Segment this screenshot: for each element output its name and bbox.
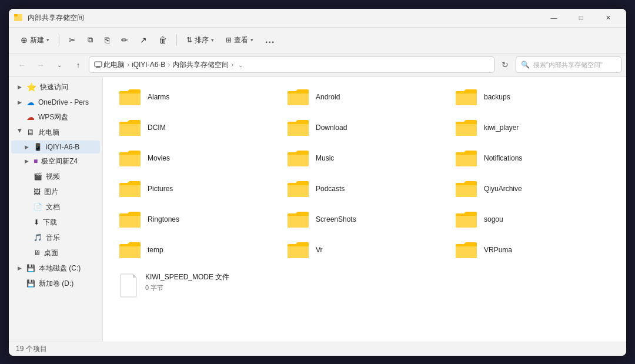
folder-name-screenshots: ScreenShots — [316, 215, 356, 223]
new-dropdown-icon: ▾ — [46, 37, 49, 43]
folder-backups[interactable]: backups — [449, 84, 617, 110]
sidebar-item-quick-access[interactable]: ▶ ⭐ 快速访问 — [11, 80, 100, 95]
item-count: 19 个项目 — [16, 344, 47, 354]
sidebar-item-document[interactable]: 📄 文档 — [11, 200, 100, 215]
title-bar-icon — [14, 13, 23, 22]
folder-icon — [454, 149, 478, 168]
refresh-button[interactable]: ↻ — [497, 56, 513, 73]
folder-name-ringtones: Ringtones — [148, 215, 179, 223]
download-icon: ⬇ — [34, 218, 39, 226]
close-button[interactable]: ✕ — [594, 9, 621, 28]
title-bar: 内部共享存储空间 — □ ✕ — [9, 9, 626, 28]
folder-android[interactable]: Android — [280, 84, 449, 110]
search-box[interactable]: 🔍 搜索"内部共享存储空间" — [516, 56, 621, 73]
folder-temp[interactable]: temp — [112, 237, 280, 263]
search-placeholder: 搜索"内部共享存储空间" — [533, 61, 603, 69]
file-name-kiwi: KIWI_SPEED_MODE 文件 — [145, 272, 229, 282]
rename-button[interactable]: ✏ — [116, 33, 133, 47]
folder-ringtones[interactable]: Ringtones — [112, 206, 280, 232]
back-button[interactable]: ← — [14, 56, 30, 73]
folder-download[interactable]: Download — [280, 115, 449, 141]
new-button[interactable]: ⊕ 新建 ▾ — [16, 33, 54, 48]
path-end-icon: ⌄ — [238, 62, 243, 68]
sidebar-item-wps[interactable]: ☁ WPS网盘 — [11, 110, 100, 125]
this-pc-icon: 🖥 — [26, 128, 35, 137]
folder-name-dcim: DCIM — [148, 123, 166, 132]
folder-podcasts[interactable]: Podcasts — [280, 176, 449, 202]
address-path[interactable]: 此电脑 › iQIYI-A6-B › 内部共享存储空间 › ⌄ — [89, 56, 494, 73]
rename-icon: ✏ — [121, 35, 128, 45]
sidebar-item-iqiyi[interactable]: ▶ 📱 iQIYI-A6-B — [11, 141, 100, 153]
sidebar-item-picture[interactable]: 🖼 图片 — [11, 185, 100, 199]
path-pc-icon — [94, 61, 102, 69]
folder-icon — [118, 118, 142, 137]
sidebar-item-local-c[interactable]: ▶ 💾 本地磁盘 (C:) — [11, 261, 100, 276]
sidebar-item-new-d[interactable]: 💾 新加卷 (D:) — [11, 276, 100, 291]
folder-notifications[interactable]: Notifications — [449, 145, 617, 171]
forward-button[interactable]: → — [32, 56, 49, 73]
view-icon: ⊞ — [226, 36, 232, 44]
sidebar-label-desktop: 桌面 — [44, 248, 58, 258]
delete-icon: 🗑 — [159, 35, 167, 45]
maximize-button[interactable]: □ — [567, 9, 594, 28]
view-button[interactable]: ⊞ 查看 ▾ — [221, 33, 258, 48]
folder-name-android: Android — [316, 93, 340, 101]
folder-name-vrpuma: VRPuma — [484, 246, 512, 254]
folder-dcim[interactable]: DCIM — [112, 115, 280, 141]
recent-button[interactable]: ⌄ — [51, 56, 68, 73]
file-kiwi-speed[interactable]: KIWI_SPEED_MODE 文件 0 字节 — [112, 268, 280, 302]
sidebar-item-jikong[interactable]: ▶ ■ 极空间新Z4 — [11, 154, 100, 169]
cut-button[interactable]: ✂ — [64, 33, 81, 47]
folder-vr[interactable]: Vr — [280, 237, 449, 263]
folder-alarms[interactable]: Alarms — [112, 84, 280, 110]
new-d-icon: 💾 — [26, 279, 35, 288]
expand-icon: ▶ — [16, 84, 23, 91]
folder-vrpuma[interactable]: VRPuma — [449, 237, 617, 263]
path-device-label: iQIYI-A6-B — [132, 61, 165, 69]
folder-icon — [454, 118, 478, 137]
svg-rect-2 — [14, 14, 18, 16]
sidebar-item-this-pc[interactable]: ▶ 🖥 此电脑 — [11, 125, 100, 140]
share-button[interactable]: ↗ — [135, 33, 152, 47]
wps-icon: ☁ — [26, 112, 35, 122]
copy-button[interactable]: ⧉ — [83, 33, 98, 47]
more-button[interactable]: ... — [260, 32, 279, 48]
folder-name-vr: Vr — [316, 246, 323, 254]
view-label: 查看 — [234, 35, 248, 45]
sidebar-label-music: 音乐 — [46, 233, 60, 243]
sidebar-item-music[interactable]: 🎵 音乐 — [11, 231, 100, 245]
minimize-button[interactable]: — — [540, 9, 567, 28]
expand-icon — [23, 173, 30, 180]
paste-button[interactable]: ⎘ — [100, 33, 114, 47]
sidebar-item-desktop[interactable]: 🖥 桌面 — [11, 246, 100, 261]
folder-icon — [118, 210, 142, 229]
sort-label: 排序 — [195, 35, 209, 45]
sidebar-label-wps: WPS网盘 — [38, 112, 68, 122]
search-icon: 🔍 — [521, 61, 530, 69]
folder-icon — [454, 88, 478, 106]
sidebar-item-video[interactable]: 🎬 视频 — [11, 169, 100, 184]
path-sep-2: › — [168, 61, 170, 69]
folder-name-download: Download — [316, 123, 347, 132]
folder-qiyuarchive[interactable]: QiyuArchive — [449, 176, 617, 202]
sort-button[interactable]: ⇅ 排序 ▾ — [182, 33, 219, 48]
folder-screenshots[interactable]: ScreenShots — [280, 206, 449, 232]
folder-pictures[interactable]: Pictures — [112, 176, 280, 202]
folder-movies[interactable]: Movies — [112, 145, 280, 171]
folder-music[interactable]: Music — [280, 145, 449, 171]
folder-icon — [454, 179, 478, 198]
folder-icon — [118, 241, 142, 259]
path-sep-1: › — [127, 61, 129, 69]
sidebar-label-jikong: 极空间新Z4 — [41, 156, 78, 166]
quick-access-icon: ⭐ — [26, 82, 36, 92]
up-button[interactable]: ↑ — [70, 56, 86, 73]
sidebar-item-download[interactable]: ⬇ 下载 — [11, 215, 100, 230]
toolbar: ⊕ 新建 ▾ ✂ ⧉ ⎘ ✏ ↗ 🗑 ⇅ 排序 ▾ ⊞ 查看 — [9, 28, 626, 54]
sidebar-item-onedrive[interactable]: ▶ ☁ OneDrive - Pers — [11, 95, 100, 109]
onedrive-icon: ☁ — [26, 98, 35, 107]
expand-icon — [23, 203, 30, 211]
folder-sogou[interactable]: sogou — [449, 206, 617, 232]
delete-button[interactable]: 🗑 — [154, 33, 172, 47]
expand-icon: ▶ — [23, 158, 30, 165]
folder-kiwi-player[interactable]: kiwi_player — [449, 115, 617, 141]
